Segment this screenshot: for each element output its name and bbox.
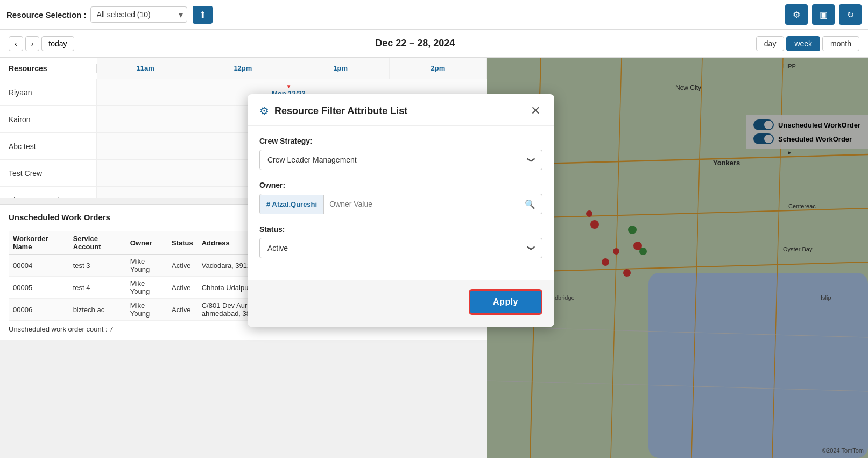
- apply-button[interactable]: Apply: [469, 289, 542, 315]
- refresh-button[interactable]: ↻: [839, 4, 862, 25]
- crew-strategy-label: Crew Strategy:: [259, 137, 542, 145]
- col-owner: Owner: [126, 231, 167, 255]
- map-button[interactable]: ▣: [812, 4, 835, 25]
- cell-wo-name: 00006: [9, 299, 69, 321]
- time-11am: 11am: [97, 58, 194, 79]
- day-view-button[interactable]: day: [756, 36, 785, 51]
- cell-wo-name: 00004: [9, 255, 69, 277]
- col-service-account: Service Account: [69, 231, 126, 255]
- time-1pm: 1pm: [292, 58, 390, 79]
- resource-select-wrapper[interactable]: All selected (10): [90, 6, 187, 23]
- cell-owner: Mike Young: [126, 255, 167, 277]
- resource-label: Resource Selection :: [6, 10, 86, 19]
- time-2pm: 2pm: [390, 58, 487, 79]
- search-icon: 🔍: [525, 200, 535, 209]
- cell-wo-name: 00005: [9, 277, 69, 299]
- next-icon: ›: [31, 39, 34, 48]
- calendar-bar: ‹ › today Dec 22 – 28, 2024 day week mon…: [0, 30, 868, 58]
- owner-value-input[interactable]: [324, 194, 518, 214]
- col-status: Status: [167, 231, 197, 255]
- resource-name-riyaan: Riyaan: [0, 79, 97, 105]
- month-view-button[interactable]: month: [822, 36, 859, 51]
- cell-status: Active: [167, 299, 197, 321]
- filter-icon: ⬆: [199, 10, 206, 19]
- settings-icon: ⚙: [793, 10, 800, 20]
- status-label: Status:: [259, 225, 542, 234]
- map-icon: ▣: [820, 10, 828, 20]
- status-select-container: Active: [259, 238, 542, 258]
- status-select[interactable]: Active: [259, 238, 542, 258]
- cell-account: biztech ac: [69, 299, 126, 321]
- cell-status: Active: [167, 277, 197, 299]
- cell-owner: Mike Young: [126, 299, 167, 321]
- cell-owner: Mike Young: [126, 277, 167, 299]
- modal-body: Crew Strategy: Crew Leader Management Ow…: [248, 126, 554, 280]
- view-buttons: day week month: [756, 36, 859, 51]
- status-group: Status: Active: [259, 225, 542, 258]
- modal-title: Resource Filter Attribute List: [274, 105, 407, 117]
- resources-header: Resources 11am 12pm 1pm 2pm: [0, 58, 487, 79]
- gear-icon: ⚙: [259, 104, 269, 117]
- owner-search-button[interactable]: 🔍: [518, 199, 542, 209]
- owner-label: Owner:: [259, 181, 542, 189]
- col-workorder-name: Workorder Name: [9, 231, 69, 255]
- owner-group: Owner: # Afzal.Qureshi 🔍: [259, 181, 542, 214]
- prev-icon: ‹: [15, 39, 17, 48]
- owner-field: # Afzal.Qureshi 🔍: [259, 194, 542, 214]
- cell-account: test 4: [69, 277, 126, 299]
- cell-status: Active: [167, 255, 197, 277]
- today-button[interactable]: today: [41, 36, 74, 51]
- modal-header: ⚙ Resource Filter Attribute List ✕: [248, 94, 554, 126]
- filter-button[interactable]: ⬆: [193, 6, 213, 24]
- crew-strategy-group: Crew Strategy: Crew Leader Management: [259, 137, 542, 170]
- cell-account: test 3: [69, 255, 126, 277]
- week-view-button[interactable]: week: [786, 36, 820, 51]
- date-range: Dec 22 – 28, 2024: [81, 38, 750, 49]
- resource-name-kairon: Kairon: [0, 106, 97, 132]
- prev-button[interactable]: ‹: [9, 36, 23, 51]
- resource-filter-modal: ⚙ Resource Filter Attribute List ✕ Crew …: [248, 94, 554, 327]
- time-header: 11am 12pm 1pm 2pm: [97, 58, 487, 79]
- resource-select[interactable]: All selected (10): [90, 6, 187, 23]
- top-bar-actions: ⚙ ▣ ↻: [785, 4, 862, 25]
- settings-button[interactable]: ⚙: [785, 4, 808, 25]
- triangle-icon: ▼: [286, 83, 291, 89]
- modal-footer: Apply: [248, 280, 554, 327]
- next-button[interactable]: ›: [25, 36, 40, 51]
- resource-name-test-crew: Test Crew: [0, 160, 97, 186]
- resource-name-shyam: Shyam Kamani: [0, 187, 97, 198]
- crew-strategy-select-container: Crew Leader Management: [259, 150, 542, 170]
- crew-strategy-select[interactable]: Crew Leader Management: [259, 150, 542, 170]
- refresh-icon: ↻: [847, 10, 854, 20]
- modal-close-button[interactable]: ✕: [528, 104, 542, 118]
- modal-title-row: ⚙ Resource Filter Attribute List: [259, 104, 407, 117]
- time-12pm: 12pm: [194, 58, 292, 79]
- section-title: Unscheduled Work Orders: [9, 213, 110, 222]
- resources-label: Resources: [0, 64, 97, 73]
- owner-tag: # Afzal.Qureshi: [260, 195, 324, 214]
- top-bar: Resource Selection : All selected (10) ⬆…: [0, 0, 868, 30]
- resource-name-abc-test: Abc test: [0, 133, 97, 159]
